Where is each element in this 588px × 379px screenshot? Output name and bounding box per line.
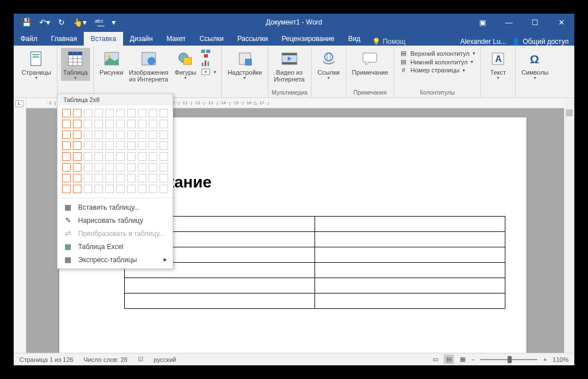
grid-cell[interactable] bbox=[105, 109, 114, 117]
grid-cell[interactable] bbox=[116, 152, 125, 161]
grid-cell[interactable] bbox=[95, 141, 103, 150]
qat-customize-icon[interactable]: ▾ bbox=[112, 18, 116, 27]
grid-cell[interactable] bbox=[149, 131, 157, 139]
grid-cell[interactable] bbox=[105, 152, 114, 161]
grid-cell[interactable] bbox=[105, 185, 114, 193]
tab-file[interactable]: Файл bbox=[14, 32, 44, 46]
symbols-button[interactable]: Ω Символы▼ bbox=[519, 48, 551, 81]
document-table[interactable] bbox=[124, 216, 505, 309]
tab-view[interactable]: Вид bbox=[341, 32, 368, 46]
grid-cell[interactable] bbox=[116, 120, 125, 128]
grid-cell[interactable] bbox=[127, 174, 136, 182]
grid-cell[interactable] bbox=[84, 185, 92, 193]
grid-cell[interactable] bbox=[149, 120, 157, 128]
comment-button[interactable]: Примечание bbox=[350, 48, 391, 77]
grid-cell[interactable] bbox=[84, 141, 92, 150]
grid-cell[interactable] bbox=[95, 163, 103, 172]
grid-cell[interactable] bbox=[149, 174, 157, 182]
grid-cell[interactable] bbox=[138, 131, 146, 139]
grid-cell[interactable] bbox=[62, 152, 71, 161]
grid-cell[interactable] bbox=[84, 152, 92, 161]
grid-cell[interactable] bbox=[95, 185, 103, 193]
grid-cell[interactable] bbox=[127, 109, 136, 117]
grid-cell[interactable] bbox=[138, 185, 146, 193]
grid-cell[interactable] bbox=[95, 131, 103, 139]
grid-cell[interactable] bbox=[116, 131, 125, 139]
tab-home[interactable]: Главная bbox=[44, 32, 84, 46]
grid-cell[interactable] bbox=[160, 131, 168, 139]
touch-mode-icon[interactable]: 👆▾ bbox=[73, 18, 87, 27]
excel-table-menu[interactable]: ▦Таблица Excel bbox=[58, 240, 173, 253]
grid-cell[interactable] bbox=[105, 120, 114, 128]
grid-cell[interactable] bbox=[73, 109, 81, 117]
grid-cell[interactable] bbox=[73, 185, 81, 193]
grid-cell[interactable] bbox=[127, 185, 136, 193]
grid-cell[interactable] bbox=[116, 141, 125, 150]
table-size-grid[interactable] bbox=[58, 105, 173, 198]
grid-cell[interactable] bbox=[62, 185, 71, 193]
chart-button[interactable] bbox=[200, 58, 218, 67]
grid-cell[interactable] bbox=[62, 131, 71, 139]
grid-cell[interactable] bbox=[73, 131, 81, 139]
grid-cell[interactable] bbox=[127, 120, 136, 128]
grid-cell[interactable] bbox=[62, 109, 71, 117]
user-name[interactable]: Alexander Lu... bbox=[460, 38, 507, 46]
online-pictures-button[interactable]: Изображения из Интернета bbox=[126, 48, 170, 84]
maximize-button[interactable]: ☐ bbox=[522, 14, 548, 31]
zoom-slider[interactable] bbox=[480, 359, 537, 360]
spelling-icon[interactable]: ᵃᵇ͟ᶜ bbox=[95, 18, 104, 27]
print-layout-icon[interactable]: ▤ bbox=[444, 354, 454, 364]
grid-cell[interactable] bbox=[84, 163, 92, 172]
grid-cell[interactable] bbox=[127, 141, 136, 150]
table-button[interactable]: Таблица▼ bbox=[61, 48, 90, 81]
grid-cell[interactable] bbox=[62, 174, 71, 182]
smartart-button[interactable] bbox=[200, 49, 218, 58]
language-status[interactable]: русский bbox=[154, 356, 176, 363]
redo-icon[interactable]: ↻ bbox=[58, 18, 65, 27]
grid-cell[interactable] bbox=[127, 131, 136, 139]
undo-icon[interactable]: ↶▾ bbox=[39, 18, 50, 27]
grid-cell[interactable] bbox=[127, 152, 136, 161]
grid-cell[interactable] bbox=[95, 109, 103, 117]
grid-cell[interactable] bbox=[116, 163, 125, 172]
insert-table-menu[interactable]: ▦Вставить таблицу... bbox=[58, 201, 173, 214]
grid-cell[interactable] bbox=[160, 174, 168, 182]
online-video-button[interactable]: Видео из Интернета bbox=[272, 48, 307, 84]
tab-review[interactable]: Рецензирование bbox=[275, 32, 341, 46]
grid-cell[interactable] bbox=[116, 185, 125, 193]
grid-cell[interactable] bbox=[138, 120, 146, 128]
header-button[interactable]: ▤Верхний колонтитул ▼ bbox=[398, 49, 477, 58]
word-count[interactable]: Число слов: 28 bbox=[84, 356, 128, 363]
grid-cell[interactable] bbox=[149, 163, 157, 172]
grid-cell[interactable] bbox=[160, 185, 168, 193]
grid-cell[interactable] bbox=[73, 141, 81, 150]
quick-tables-menu[interactable]: ▦Экспресс-таблицы▶ bbox=[58, 253, 173, 266]
grid-cell[interactable] bbox=[116, 174, 125, 182]
grid-cell[interactable] bbox=[138, 152, 146, 161]
grid-cell[interactable] bbox=[160, 109, 168, 117]
page-status[interactable]: Страница 1 из 126 bbox=[19, 356, 74, 363]
vertical-ruler[interactable]: L bbox=[14, 98, 26, 353]
close-button[interactable]: ✕ bbox=[548, 14, 574, 31]
grid-cell[interactable] bbox=[149, 185, 157, 193]
grid-cell[interactable] bbox=[105, 163, 114, 172]
tab-layout[interactable]: Макет bbox=[160, 32, 193, 46]
draw-table-menu[interactable]: ✎Нарисовать таблицу bbox=[58, 214, 173, 227]
grid-cell[interactable] bbox=[62, 120, 71, 128]
vertical-scrollbar[interactable] bbox=[564, 98, 574, 353]
minimize-button[interactable]: — bbox=[496, 14, 522, 31]
zoom-level[interactable]: 110% bbox=[553, 356, 569, 363]
grid-cell[interactable] bbox=[138, 141, 146, 150]
grid-cell[interactable] bbox=[149, 152, 157, 161]
grid-cell[interactable] bbox=[138, 163, 146, 172]
grid-cell[interactable] bbox=[160, 141, 168, 150]
pages-button[interactable]: Страницы▼ bbox=[19, 48, 54, 81]
grid-cell[interactable] bbox=[116, 109, 125, 117]
screenshot-button[interactable]: ▼ bbox=[200, 67, 218, 76]
grid-cell[interactable] bbox=[95, 120, 103, 128]
grid-cell[interactable] bbox=[138, 174, 146, 182]
grid-cell[interactable] bbox=[84, 174, 92, 182]
zoom-out-button[interactable]: − bbox=[471, 356, 475, 363]
grid-cell[interactable] bbox=[84, 120, 92, 128]
tab-insert[interactable]: Вставка bbox=[84, 32, 123, 46]
